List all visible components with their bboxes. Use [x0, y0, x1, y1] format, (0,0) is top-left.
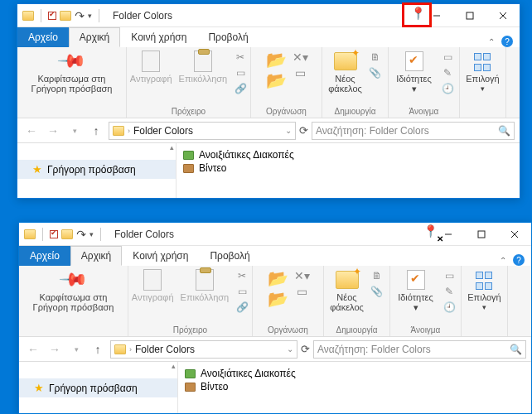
tab-file[interactable]: Αρχείο [19, 246, 70, 266]
tab-home[interactable]: Αρχική [70, 246, 122, 266]
back-button[interactable]: ← [24, 340, 42, 359]
addr-folder-icon [113, 126, 124, 136]
back-button[interactable]: ← [22, 122, 41, 140]
qat-dropdown-icon[interactable]: ▾ [88, 12, 92, 20]
recent-dropdown[interactable]: ▾ [67, 340, 85, 359]
properties-qat-icon[interactable] [48, 12, 56, 20]
addr-dropdown-icon[interactable]: ⌄ [285, 126, 292, 135]
window-title: Folder Colors [113, 10, 172, 22]
copypath-icon[interactable]: ▭ [234, 66, 247, 79]
ribbon: 📌 Καρφίτσωμα στη Γρήγορη πρόσβαση Αντιγρ… [19, 266, 531, 337]
properties-button[interactable]: Ιδιότητες ▾ [394, 51, 434, 94]
collapse-ribbon-icon[interactable]: ⌃ [488, 37, 495, 46]
paste-button[interactable]: Επικόλληση [181, 269, 230, 302]
easyaccess-icon[interactable]: 📎 [370, 285, 384, 298]
paste-button[interactable]: Επικόλληση [179, 51, 228, 84]
moveto-button[interactable]: 📂 [266, 51, 287, 69]
search-input[interactable]: Αναζήτηση: Folder Colors 🔍 [313, 340, 526, 359]
rename-icon[interactable]: ▭ [293, 66, 307, 79]
copypath-icon[interactable]: ▭ [235, 285, 249, 298]
pin-quickaccess-button[interactable]: 📌 Καρφίτσωμα στη Γρήγορη πρόσβαση [33, 269, 114, 312]
list-item[interactable]: Ανοιξιάτικες Διακοπές [185, 367, 525, 380]
pasteshortcut-icon[interactable]: 🔗 [235, 301, 249, 314]
open-icon[interactable]: ▭ [443, 269, 456, 282]
newfolder-button[interactable]: Νέος φάκελος [328, 51, 362, 94]
scroll-up-icon[interactable]: ▴ [172, 362, 176, 370]
refresh-button[interactable]: ⟳ [299, 124, 308, 137]
chevron-right-icon[interactable]: › [129, 345, 132, 354]
undo-icon[interactable]: ↶ [76, 228, 86, 241]
minimize-button[interactable] [420, 4, 453, 27]
moveto-button[interactable]: 📂 [268, 269, 288, 287]
edit-icon[interactable]: ✎ [441, 66, 454, 79]
search-icon[interactable]: 🔍 [498, 125, 510, 137]
up-button[interactable]: ↑ [87, 122, 105, 140]
newfolder-qat-icon[interactable] [60, 11, 71, 21]
forward-button[interactable]: → [46, 340, 64, 359]
up-button[interactable]: ↑ [89, 340, 107, 359]
properties-button[interactable]: Ιδιότητες ▾ [395, 269, 436, 312]
tab-view[interactable]: Προβολή [197, 27, 259, 47]
forward-button[interactable]: → [44, 122, 62, 140]
refresh-button[interactable]: ⟳ [301, 343, 310, 355]
open-icon[interactable]: ▭ [441, 51, 454, 64]
cut-icon[interactable]: ✂ [235, 269, 249, 282]
search-input[interactable]: Αναζήτηση: Folder Colors 🔍 [312, 122, 515, 140]
close-button[interactable] [498, 223, 531, 246]
pasteshortcut-icon[interactable]: 🔗 [234, 82, 247, 95]
list-item[interactable]: Ανοιξιάτικες Διακοπές [183, 148, 513, 161]
delete-icon[interactable]: ✕▾ [295, 269, 308, 282]
delete-icon[interactable]: ✕▾ [293, 51, 307, 64]
newfolder-qat-icon[interactable] [61, 229, 73, 239]
easyaccess-icon[interactable]: 📎 [369, 66, 382, 79]
copyto-button[interactable]: 📂 [266, 71, 287, 89]
maximize-button[interactable] [453, 4, 486, 27]
history-icon[interactable]: 🕘 [443, 301, 456, 314]
address-bar[interactable]: › Folder Colors ⌄ [109, 122, 296, 140]
help-icon[interactable]: ? [501, 36, 513, 47]
rename-icon[interactable]: ▭ [295, 285, 308, 298]
list-item[interactable]: Βίντεο [185, 380, 525, 393]
titlebar[interactable]: ↶ ▾ Folder Colors 📍 [17, 4, 520, 27]
undo-icon[interactable]: ↶ [75, 9, 85, 22]
newitem-icon[interactable]: 🗎 [369, 51, 382, 64]
newitem-icon[interactable]: 🗎 [370, 269, 384, 282]
select-button[interactable]: Επιλογή▾ [466, 51, 499, 94]
tab-view[interactable]: Προβολή [199, 246, 260, 266]
chevron-right-icon[interactable]: › [128, 127, 130, 135]
addr-dropdown-icon[interactable]: ⌄ [287, 344, 293, 354]
scroll-up-icon[interactable]: ▴ [170, 143, 174, 152]
copy-button[interactable]: Αντιγραφή [132, 269, 174, 302]
sidebar-item-quickaccess[interactable]: ★ Γρήγορη πρόσβαση [19, 378, 177, 397]
newfolder-button[interactable]: Νέος φάκελος [330, 269, 364, 312]
properties-qat-icon[interactable] [50, 230, 58, 238]
titlebar[interactable]: ↶ ▾ Folder Colors 📍✕ [19, 223, 531, 246]
edit-icon[interactable]: ✎ [443, 285, 456, 298]
pin-quickaccess-button[interactable]: 📌 Καρφίτσωμα στη Γρήγορη πρόσβαση [31, 51, 113, 94]
breadcrumb[interactable]: Folder Colors [135, 344, 195, 355]
search-icon[interactable]: 🔍 [510, 344, 522, 355]
file-list[interactable]: Ανοιξιάτικες Διακοπές Βίντεο [178, 362, 531, 413]
tab-home[interactable]: Αρχική [69, 27, 120, 47]
tab-share[interactable]: Κοινή χρήση [120, 27, 197, 47]
tab-file[interactable]: Αρχείο [17, 27, 69, 47]
sidebar-item-quickaccess[interactable]: ★ Γρήγορη πρόσβαση [17, 160, 176, 179]
maximize-button[interactable] [465, 223, 498, 246]
close-button[interactable] [486, 4, 520, 27]
group-new: Δημιουργία [335, 107, 376, 116]
recent-dropdown[interactable]: ▾ [65, 122, 84, 140]
tab-share[interactable]: Κοινή χρήση [122, 246, 199, 266]
qat-dropdown-icon[interactable]: ▾ [89, 230, 94, 238]
history-icon[interactable]: 🕘 [441, 82, 454, 95]
address-bar[interactable]: › Folder Colors ⌄ [110, 340, 297, 359]
collapse-ribbon-icon[interactable]: ⌃ [500, 256, 506, 265]
select-button[interactable]: Επιλογή▾ [467, 269, 501, 312]
list-item[interactable]: Βίντεο [183, 161, 513, 175]
file-list[interactable]: Ανοιξιάτικες Διακοπές Βίντεο [177, 143, 520, 198]
copy-button[interactable]: Αντιγραφή [130, 51, 172, 84]
breadcrumb[interactable]: Folder Colors [133, 125, 193, 137]
minimize-button[interactable] [432, 223, 465, 246]
help-icon[interactable]: ? [513, 254, 525, 266]
cut-icon[interactable]: ✂ [234, 51, 247, 64]
copyto-button[interactable]: 📂 [268, 290, 288, 308]
